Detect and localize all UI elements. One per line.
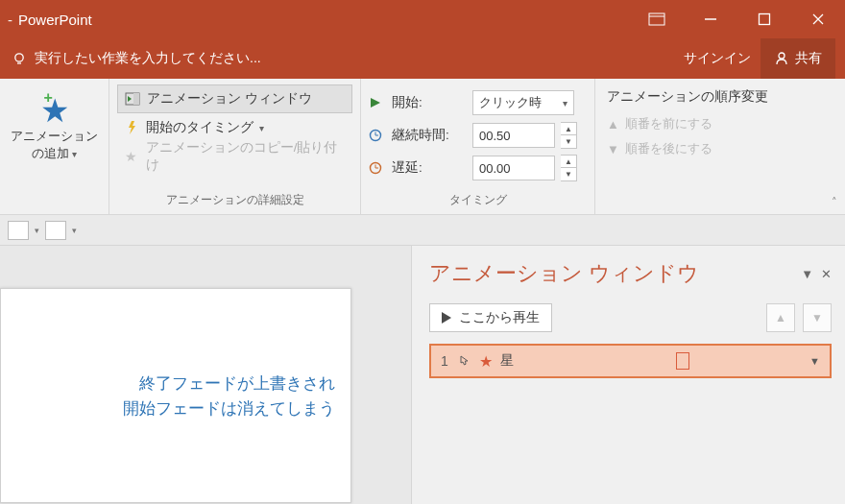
add-animation-button[interactable]: + ★ アニメーション の追加 ▾: [8, 84, 101, 212]
trigger-button[interactable]: 開始のタイミング ▾: [117, 113, 352, 142]
svg-marker-20: [442, 312, 451, 324]
clock-icon: [369, 129, 386, 142]
ribbon: + ★ アニメーション の追加 ▾ アニメーション ウィンドウ 開始のタイミング…: [0, 79, 845, 215]
pane-title: アニメーション ウィンドウ: [429, 259, 801, 288]
share-button[interactable]: 共有: [760, 38, 835, 79]
signin-link[interactable]: サインイン: [674, 50, 760, 67]
ribbon-group-reorder: アニメーションの順序変更 ▲ 順番を前にする ▼ 順番を後にする: [595, 79, 845, 214]
sub-toolbar: ▾ ▾: [0, 215, 845, 246]
pane-close-button[interactable]: ✕: [821, 267, 832, 281]
chevron-down-icon: ▼: [607, 142, 619, 156]
slide-area: 終了フェードが上書きされ 開始フェードは消えてしまう: [0, 246, 411, 504]
move-earlier-button: ▲ 順番を前にする: [603, 111, 837, 136]
pane-options-button[interactable]: ▼: [801, 267, 813, 281]
chevron-up-icon: ▲: [607, 117, 619, 132]
ribbon-display-options-button[interactable]: [630, 0, 684, 38]
item-menu-button[interactable]: ▼: [809, 355, 820, 367]
mouse-click-icon: [456, 353, 471, 369]
group-label-timing: タイミング: [369, 189, 587, 212]
close-button[interactable]: [791, 0, 845, 38]
title-prefix: -: [8, 12, 12, 28]
painter-icon: ★: [123, 149, 140, 164]
delay-label: 遅延:: [392, 159, 467, 177]
slide-canvas[interactable]: 終了フェードが上書きされ 開始フェードは消えてしまう: [0, 288, 351, 503]
start-select[interactable]: クリック時 ▾: [472, 90, 574, 115]
play-from-button[interactable]: ここから再生: [429, 303, 552, 332]
svg-marker-12: [129, 121, 135, 134]
tellme-bar: 実行したい作業を入力してください... サインイン 共有: [0, 38, 845, 79]
bulb-icon: [12, 51, 27, 66]
delay-spinner[interactable]: ▲▼: [561, 155, 577, 181]
chevron-down-icon: ▾: [259, 123, 264, 133]
animation-list-item[interactable]: 1 ★ 星 ▼: [429, 344, 832, 378]
toolbar-btn-1[interactable]: [8, 221, 29, 240]
app-name: PowerPoint: [18, 12, 92, 28]
share-icon: [774, 51, 789, 66]
ribbon-group-advanced: アニメーション ウィンドウ 開始のタイミング ▾ ★ アニメーションのコピー/貼…: [109, 79, 361, 214]
ribbon-group-add: + ★ アニメーション の追加 ▾: [0, 79, 109, 214]
play-icon: [442, 312, 451, 324]
duration-label: 継続時間:: [392, 127, 467, 144]
exit-star-icon: ★: [479, 352, 493, 371]
toolbar-btn-2[interactable]: [45, 221, 66, 240]
minimize-button[interactable]: [684, 0, 737, 38]
animation-pane: アニメーション ウィンドウ ▼ ✕ ここから再生 ▲ ▼ 1 ★ 星 ▼: [411, 246, 845, 504]
title-bar: - PowerPoint: [0, 0, 845, 38]
trigger-icon: [123, 120, 140, 135]
reorder-down-button[interactable]: ▼: [803, 303, 832, 332]
ribbon-group-timing: 開始: クリック時 ▾ 継続時間: 00.50 ▲▼ 遅延: 00.00 ▲▼ …: [361, 79, 595, 214]
svg-rect-10: [133, 93, 139, 105]
animation-painter-button[interactable]: ★ アニメーションのコピー/貼り付け: [117, 142, 352, 171]
svg-rect-3: [760, 14, 770, 25]
chevron-down-icon: ▾: [72, 149, 77, 159]
maximize-button[interactable]: [737, 0, 791, 38]
svg-point-8: [779, 53, 785, 59]
start-label: 開始:: [392, 94, 467, 111]
group-label-advanced: アニメーションの詳細設定: [117, 189, 352, 212]
delay-input[interactable]: 00.00: [472, 156, 555, 180]
reorder-up-button[interactable]: ▲: [766, 303, 795, 332]
chevron-down-icon: ▾: [563, 98, 567, 108]
duration-spinner[interactable]: ▲▼: [561, 122, 577, 149]
collapse-ribbon-button[interactable]: ˄: [832, 196, 837, 208]
move-later-button: ▼ 順番を後にする: [603, 136, 837, 161]
animation-pane-button[interactable]: アニメーション ウィンドウ: [117, 84, 352, 113]
svg-marker-11: [128, 96, 132, 102]
slide-textbox: 終了フェードが上書きされ 開始フェードは消えてしまう: [123, 372, 335, 420]
svg-marker-13: [371, 98, 380, 108]
svg-rect-0: [649, 13, 664, 25]
pane-icon: [124, 91, 141, 107]
plus-icon: +: [44, 88, 53, 108]
duration-input[interactable]: 00.50: [472, 123, 555, 148]
play-icon: [369, 96, 386, 109]
item-name: 星: [500, 352, 514, 370]
reorder-title: アニメーションの順序変更: [603, 86, 837, 111]
delay-clock-icon: [369, 161, 386, 175]
tellme-input[interactable]: 実行したい作業を入力してください...: [35, 50, 261, 67]
svg-point-6: [15, 54, 23, 61]
item-index: 1: [441, 353, 448, 369]
timeline-bar: [676, 352, 689, 370]
